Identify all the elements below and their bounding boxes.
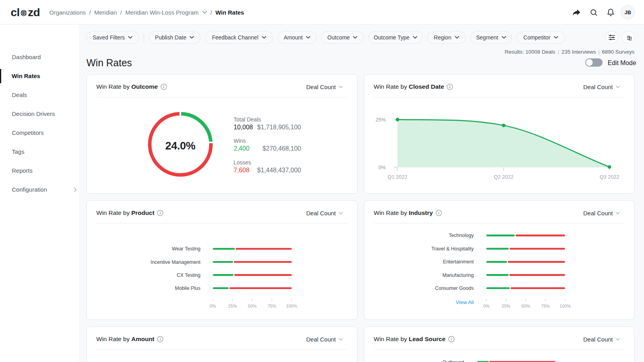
svg-text:Q3 2022: Q3 2022 [599, 174, 619, 180]
svg-text:Consumer Goods: Consumer Goods [435, 285, 474, 291]
svg-text:Manufacturing: Manufacturing [442, 272, 474, 278]
svg-text:Incentive Management: Incentive Management [150, 259, 200, 265]
svg-text:25%: 25% [376, 117, 386, 123]
svg-text:100%: 100% [560, 304, 571, 308]
svg-text:View All: View All [456, 299, 474, 305]
svg-text:25%: 25% [228, 304, 237, 308]
svg-text:Q1 2022: Q1 2022 [388, 174, 407, 180]
svg-text:0%: 0% [483, 304, 489, 308]
svg-text:Mobile Plus: Mobile Plus [175, 285, 200, 291]
svg-text:Travel & Hospitality: Travel & Hospitality [431, 246, 474, 252]
svg-text:Wear Testing: Wear Testing [172, 246, 200, 252]
svg-text:75%: 75% [541, 304, 550, 308]
svg-text:75%: 75% [268, 304, 276, 308]
svg-text:100%: 100% [286, 304, 297, 308]
svg-text:Outbound: Outbound [442, 360, 464, 362]
svg-text:25%: 25% [502, 304, 510, 308]
svg-text:Technology: Technology [449, 233, 474, 238]
svg-text:0%: 0% [210, 304, 216, 308]
svg-text:CX Testing: CX Testing [177, 272, 200, 278]
svg-text:50%: 50% [521, 304, 530, 308]
svg-text:Q2 2022: Q2 2022 [494, 174, 513, 180]
svg-text:Entertainment: Entertainment [443, 259, 474, 265]
svg-text:50%: 50% [248, 304, 256, 308]
svg-text:0%: 0% [378, 164, 386, 170]
